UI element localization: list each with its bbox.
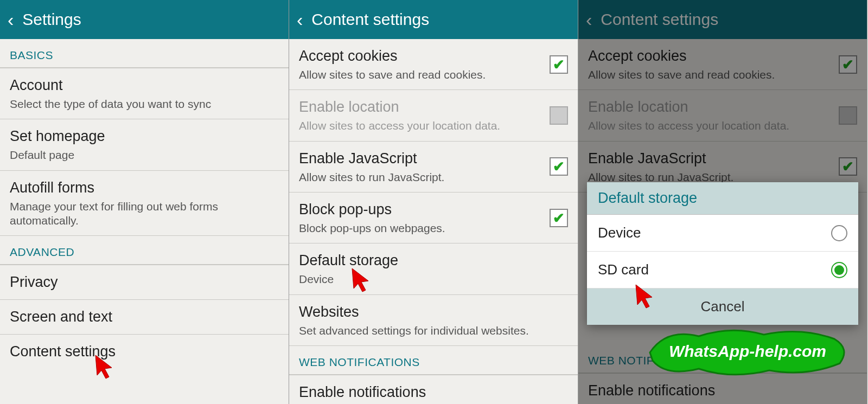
item-sub: Default page <box>10 148 272 162</box>
checkbox-icon[interactable] <box>550 55 568 74</box>
item-screen-text[interactable]: Screen and text <box>0 300 289 335</box>
item-sub: Manage your text for filling out web for… <box>10 200 272 228</box>
item-location[interactable]: Enable location Allow sites to access yo… <box>289 90 578 141</box>
item-account[interactable]: Account Select the type of data you want… <box>0 68 289 119</box>
header-title: Content settings <box>311 10 429 29</box>
item-title: Privacy <box>10 273 272 292</box>
panel-settings: ‹ Settings BASICS Account Select the typ… <box>0 0 289 404</box>
item-title: Default storage <box>299 251 561 270</box>
header-bar: ‹ Content settings <box>289 0 578 39</box>
item-sub: Allow sites to run JavaScript. <box>299 170 543 184</box>
item-content-settings[interactable]: Content settings <box>0 335 289 369</box>
item-sub: Allow sites to access your location data… <box>299 119 543 133</box>
item-popups[interactable]: Block pop-ups Block pop-ups on webpages. <box>289 193 578 243</box>
header-title: Settings <box>22 10 81 29</box>
item-title: Enable JavaScript <box>299 149 543 168</box>
checkbox-icon[interactable] <box>550 106 568 125</box>
item-title: Content settings <box>10 342 272 361</box>
item-sub: Set advanced settings for individual web… <box>299 324 561 338</box>
item-autofill[interactable]: Autofill forms Manage your text for fill… <box>0 171 289 236</box>
item-title: Enable location <box>299 98 543 117</box>
item-title: Screen and text <box>10 307 272 326</box>
item-sub: Select the type of data you want to sync <box>10 97 272 111</box>
checkbox-icon[interactable] <box>550 157 568 176</box>
section-basics: BASICS <box>0 39 289 68</box>
dialog-default-storage: Default storage Device SD card Cancel <box>587 182 858 325</box>
item-sub: Block pop-ups on webpages. <box>299 221 543 235</box>
checkbox-icon[interactable] <box>550 209 568 227</box>
item-javascript[interactable]: Enable JavaScript Allow sites to run Jav… <box>289 142 578 193</box>
item-homepage[interactable]: Set homepage Default page <box>0 119 289 170</box>
dialog-option-device[interactable]: Device <box>587 215 858 252</box>
item-title: Block pop-ups <box>299 200 543 219</box>
item-title: Autofill forms <box>10 178 272 197</box>
option-label: SD card <box>598 261 649 278</box>
back-icon[interactable]: ‹ <box>8 10 14 29</box>
item-title: Set homepage <box>10 127 272 146</box>
radio-icon[interactable] <box>831 262 847 278</box>
dialog-title: Default storage <box>587 182 858 215</box>
header-bar: ‹ Settings <box>0 0 289 39</box>
dialog-option-sdcard[interactable]: SD card <box>587 252 858 288</box>
item-title: Accept cookies <box>299 47 543 66</box>
item-sub: Device <box>299 272 561 286</box>
radio-icon[interactable] <box>831 225 847 241</box>
section-advanced: ADVANCED <box>0 236 289 265</box>
option-label: Device <box>598 225 641 241</box>
item-enable-notifications[interactable]: Enable notifications <box>289 375 578 404</box>
item-title: Websites <box>299 303 561 322</box>
item-cookies[interactable]: Accept cookies Allow sites to save and r… <box>289 39 578 90</box>
panel-content-settings-dialog: ‹ Content settings Accept cookies Allow … <box>578 0 867 404</box>
section-web-notifications: WEB NOTIFICATIONS <box>289 346 578 375</box>
back-icon[interactable]: ‹ <box>297 10 303 29</box>
item-title: Account <box>10 76 272 95</box>
item-privacy[interactable]: Privacy <box>0 265 289 300</box>
panel-content-settings: ‹ Content settings Accept cookies Allow … <box>289 0 578 404</box>
item-sub: Allow sites to save and read cookies. <box>299 68 543 82</box>
item-default-storage[interactable]: Default storage Device <box>289 243 578 294</box>
item-websites[interactable]: Websites Set advanced settings for indiv… <box>289 295 578 346</box>
item-title: Enable notifications <box>299 383 561 402</box>
cancel-button[interactable]: Cancel <box>587 288 858 325</box>
